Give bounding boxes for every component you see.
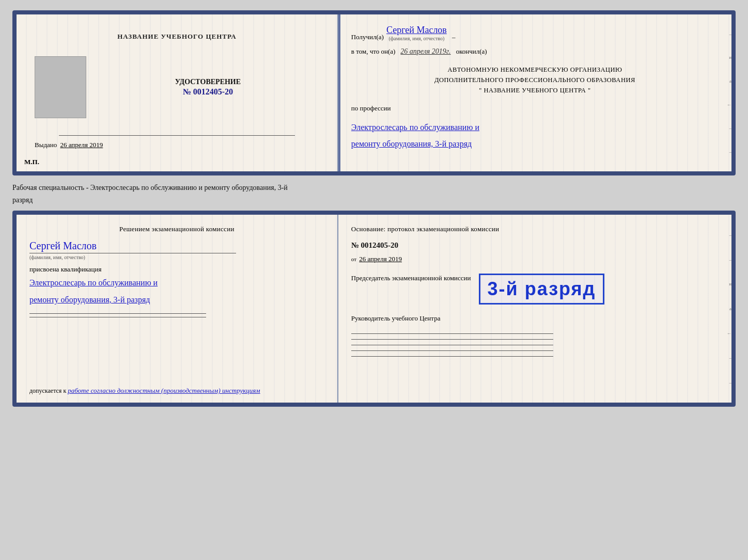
- between-text-line1: Рабочая специальность - Электрослесарь п…: [12, 181, 736, 193]
- okoncnil-label: окончил(а): [456, 47, 487, 56]
- ot-label: от: [351, 256, 356, 262]
- profession-line1: Электрослесарь по обслуживанию и: [351, 120, 719, 135]
- between-text-line2: разряд: [12, 193, 736, 205]
- avt-line1: АВТОНОМНУЮ НЕКОММЕРЧЕСКУЮ ОРГАНИЗАЦИЮ: [351, 65, 719, 75]
- document-card-2: Решением экзаменационной комиссии Сергей…: [12, 211, 736, 407]
- ot-line: от 26 апреля 2019: [351, 255, 719, 263]
- fio-line: [29, 253, 236, 253]
- dopuskaetsya-text: работе согласно должностным (производств…: [68, 387, 260, 394]
- document-card-1: НАЗВАНИЕ УЧЕБНОГО ЦЕНТРА УДОСТОВЕРЕНИЕ №…: [12, 10, 736, 175]
- poluchil-label: Получил(а): [351, 33, 384, 41]
- vtom-date: 26 апреля 2019г.: [400, 47, 450, 56]
- avt-line3: " НАЗВАНИЕ УЧЕБНОГО ЦЕНТРА ": [351, 85, 719, 95]
- photo-placeholder: [35, 56, 86, 118]
- card1-right: Получил(а) Сергей Маслов (фамилия, имя, …: [338, 14, 731, 171]
- vydano-label: Выдано: [35, 141, 57, 149]
- sig-right-5: [351, 356, 553, 357]
- vydano-date: 26 апреля 2019: [60, 141, 103, 149]
- vydano-line: Выдано 26 апреля 2019: [35, 141, 103, 149]
- qualification-block: Электрослесарь по обслуживанию и ремонту…: [29, 274, 324, 308]
- ot-date: 26 апреля 2019: [359, 255, 402, 263]
- dopuskaetsya-label: допускается к: [29, 387, 66, 394]
- stamp-text: 3-й разряд: [488, 278, 596, 300]
- po-professii: по профессии: [351, 104, 719, 113]
- poluchil-row: Получил(а) Сергей Маслов (фамилия, имя, …: [351, 25, 719, 41]
- rukovoditel-label: Руководитель учебного Центра: [351, 314, 719, 323]
- card1-left: НАЗВАНИЕ УЧЕБНОГО ЦЕНТРА УДОСТОВЕРЕНИЕ №…: [17, 14, 338, 171]
- sig-right-2: [351, 339, 553, 340]
- mp-label: М.П.: [24, 158, 39, 166]
- protocol-number: № 0012405-20: [351, 241, 719, 250]
- avt-block: АВТОНОМНУЮ НЕКОММЕРЧЕСКУЮ ОРГАНИЗАЦИЮ ДО…: [351, 65, 719, 95]
- center-name-label: НАЗВАНИЕ УЧЕБНОГО ЦЕНТРА: [117, 33, 237, 41]
- osnovanie-label: Основание: протокол экзаменационной коми…: [351, 225, 719, 233]
- udostoverenie-number: № 0012405-20: [183, 87, 233, 97]
- avt-line2: ДОПОЛНИТЕЛЬНОГО ПРОФЕССИОНАЛЬНОГО ОБРАЗО…: [351, 75, 719, 85]
- resheniem-title: Решением экзаменационной комиссии: [29, 225, 324, 233]
- stamp-container: 3-й разряд: [479, 274, 605, 305]
- signature-line-1: [59, 135, 295, 136]
- qualification-line1: Электрослесарь по обслуживанию и: [29, 275, 324, 291]
- prisvoena-label: присвоена квалификация: [29, 265, 324, 274]
- profession-block: Электрослесарь по обслуживанию и ремонту…: [351, 119, 719, 152]
- sig-right-3: [351, 345, 553, 345]
- name2-handwritten: Сергей Маслов: [29, 240, 324, 252]
- sig-right-4: [351, 350, 553, 351]
- sig-line-2: [29, 317, 206, 317]
- udostoverenie-label: УДОСТОВЕРЕНИЕ: [175, 78, 241, 86]
- qualification-line2: ремонту оборудования, 3-й разряд: [29, 292, 324, 308]
- predsedatel-block: Председатель экзаменационной комиссии: [351, 271, 471, 283]
- sig-lines-right: [351, 333, 719, 357]
- card2-right: Основание: протокол экзаменационной коми…: [338, 215, 731, 403]
- card2-left: Решением экзаменационной комиссии Сергей…: [17, 215, 338, 403]
- sig-line-1: [29, 313, 206, 314]
- dopuskaetsya-block: допускается к работе согласно должностны…: [29, 387, 332, 395]
- vtom-label: в том, что он(а): [351, 47, 396, 56]
- stamp-predsedatel-row: Председатель экзаменационной комиссии 3-…: [351, 271, 719, 305]
- signature-lines: [29, 313, 324, 317]
- vtom-row: в том, что он(а) 26 апреля 2019г. окончи…: [351, 47, 719, 56]
- page-wrapper: НАЗВАНИЕ УЧЕБНОГО ЦЕНТРА УДОСТОВЕРЕНИЕ №…: [12, 10, 736, 407]
- sig-right-1: [351, 333, 553, 334]
- side-decoration-1: – и а ← – –: [722, 22, 731, 164]
- name-handwritten: Сергей Маслов (фамилия, имя, отчество): [386, 25, 447, 41]
- predsedatel-label: Председатель экзаменационной комиссии: [351, 274, 471, 283]
- dash: –: [452, 33, 456, 41]
- name2-block: Сергей Маслов (фамилия, имя, отчество): [29, 237, 324, 260]
- side-decoration-2: – – и а ← – –: [722, 222, 731, 395]
- fio-subtitle-2: (фамилия, имя, отчество): [29, 254, 324, 260]
- between-text-block: Рабочая специальность - Электрослесарь п…: [12, 181, 736, 205]
- stamp-box: 3-й разряд: [479, 274, 605, 305]
- profession-line2: ремонту оборудования, 3-й разряд: [351, 137, 719, 152]
